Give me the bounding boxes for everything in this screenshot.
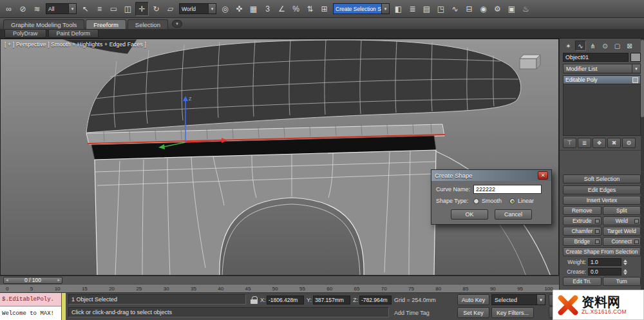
bridge-settings-icon[interactable] [595,240,600,244]
select-by-name-icon[interactable]: ≡ [93,2,106,16]
slider-left-arrow-icon[interactable]: ◂ [6,278,8,283]
rollout-soft-selection[interactable]: Soft Selection [563,174,641,184]
display-tab-icon[interactable]: ▢ [612,41,623,51]
keyboard-shortcut-override-icon[interactable]: ▦ [247,2,260,16]
selection-filter-select[interactable]: All▾ [46,3,77,14]
named-selection-sets-select[interactable]: Create Selection Se▾ [333,3,390,14]
schematic-view-icon[interactable]: ⊟ [462,2,476,16]
panel-scrollbar[interactable] [641,39,644,293]
track-bar[interactable]: 0510152025303540455055606570758085909510… [0,284,559,293]
select-and-move-icon[interactable]: ✛ [135,2,149,16]
selection-lock-toggle-icon[interactable] [251,296,258,304]
configure-modifier-sets-icon[interactable]: ⚙ [622,138,636,148]
spinner-snap-icon[interactable]: ⇅ [303,2,317,16]
turn-button[interactable]: Turn [603,277,641,286]
create-tab-icon[interactable]: ✶ [563,41,574,51]
ribbon-tab-freeform[interactable]: Freeform [86,19,126,29]
insert-vertex-button[interactable]: Insert Vertex [563,196,641,205]
curve-name-input[interactable] [473,185,542,194]
modify-tab-icon[interactable]: ∿ [575,41,586,51]
perspective-viewport[interactable]: [ + ] Perspective ] Smooth + Highlights … [0,39,559,276]
maxscript-mini-listener[interactable]: $.EditablePoly. Welcome to MAX! [0,293,61,320]
weld-button[interactable]: Weld [603,216,641,225]
make-unique-icon[interactable]: ❖ [592,138,606,148]
slider-right-arrow-icon[interactable]: ▸ [57,278,60,283]
weld-settings-icon[interactable] [634,219,639,223]
model-base[interactable] [95,150,436,276]
model-body[interactable] [86,40,521,133]
select-object-icon[interactable]: ↖ [79,2,92,16]
align-icon[interactable]: ≣ [406,2,419,16]
render-production-icon[interactable]: ♨ [519,2,533,16]
chamfer-button[interactable]: Chamfer [563,227,601,236]
angle-snap-icon[interactable]: ∠ [275,2,289,16]
rectangular-selection-region-icon[interactable]: ▭ [107,2,120,16]
ribbon-tab-graphite-modeling-tools[interactable]: Graphite Modeling Tools [3,19,84,29]
window-crossing-icon[interactable]: ◫ [121,2,135,16]
crease-spinner[interactable] [623,269,627,275]
curve-editor-icon[interactable]: ∿ [448,2,462,16]
z-coord-field[interactable]: -782.964m [359,296,392,305]
connect-button[interactable]: Connect [603,237,641,246]
time-slider-track[interactable]: ◂ 0 / 100 ▸ [0,276,559,284]
extrude-button[interactable]: Extrude [563,216,601,225]
ribbon-tab-selection[interactable]: Selection [128,19,168,29]
ribbon-subtab-paint-deform[interactable]: Paint Deform [48,29,99,38]
bind-to-space-warp-icon[interactable]: ≋ [30,2,44,16]
connect-settings-icon[interactable] [634,240,639,244]
shape-type-radio-linear[interactable]: Linear [509,198,534,204]
mirror-icon[interactable]: ◧ [392,2,405,16]
modifier-list-dropdown[interactable]: Modifier List ▾ [563,64,641,73]
bridge-button[interactable]: Bridge [563,237,601,246]
select-and-link-icon[interactable]: ∞ [2,2,15,16]
edit-named-selection-sets-icon[interactable]: ⊞ [317,2,331,16]
snaps-toggle-icon[interactable]: 3 [261,2,274,16]
key-mode-dropdown[interactable]: Selected ▾ [491,294,545,305]
key-filters-button[interactable]: Key Filters... [491,307,534,318]
auto-key-button[interactable]: Auto Key [457,294,489,305]
render-setup-icon[interactable]: ⚙ [491,2,504,16]
crease-field[interactable]: 0.0 [588,268,621,276]
utilities-tab-icon[interactable]: ⊠ [624,41,635,51]
add-time-tag[interactable]: Add Time Tag [394,310,430,316]
ok-button[interactable]: OK [451,209,488,220]
y-coord-field[interactable]: 387.157mm [313,296,350,305]
split-button[interactable]: Split [603,206,641,215]
cancel-button[interactable]: Cancel [495,209,532,220]
rendered-frame-icon[interactable]: ▣ [505,2,518,16]
set-key-button[interactable]: Set Key [457,307,489,318]
object-color-swatch[interactable] [630,53,641,62]
extrude-settings-icon[interactable] [595,219,600,223]
listener-output-line[interactable]: Welcome to MAX! [0,306,61,320]
x-coord-field[interactable]: -1806.428m [267,296,304,305]
weight-spinner[interactable] [623,259,627,265]
ribbon-options-button[interactable]: ▾ [172,20,182,28]
chamfer-settings-icon[interactable] [595,229,600,234]
dialog-title-bar[interactable]: Create Shape ✕ [431,170,551,181]
stack-item-editable-poly[interactable]: Editable Poly [563,75,641,84]
time-slider-handle[interactable]: ◂ 0 / 100 ▸ [3,277,62,284]
close-icon[interactable]: ✕ [538,171,548,180]
pin-stack-icon[interactable]: ⊤ [563,138,576,148]
scrollbar-thumb[interactable] [641,40,644,117]
model-wireframe[interactable]: Z [1,39,559,276]
modifier-stack-area[interactable] [563,84,641,136]
target-weld-button[interactable]: Target Weld [603,227,641,236]
unlink-selection-icon[interactable]: ⊘ [16,2,30,16]
create-shape-from-selection-button[interactable]: Create Shape From Selection [563,247,641,256]
graphite-ribbon-toggle-icon[interactable]: ◳ [434,2,448,16]
motion-tab-icon[interactable]: ⊙ [600,41,611,51]
shape-type-radio-smooth[interactable]: Smooth [473,198,502,204]
select-and-scale-icon[interactable]: ▱ [164,2,177,16]
object-name-field[interactable]: Object01 [563,53,629,62]
stack-visibility-icon[interactable] [632,77,638,83]
viewport-label[interactable]: [ + ] Perspective ] Smooth + Highlights … [5,41,146,48]
edit-tri-button[interactable]: Edit Tri. [563,277,601,286]
remove-modifier-icon[interactable]: ✖ [607,138,621,148]
listener-macro-line[interactable]: $.EditablePoly. [0,293,61,306]
select-and-rotate-icon[interactable]: ↻ [149,2,163,16]
reference-coordinate-system-select[interactable]: World▾ [179,3,216,14]
listener-divider[interactable] [61,293,66,320]
use-pivot-point-icon[interactable]: ◎ [218,2,232,16]
remove-button[interactable]: Remove [563,206,601,215]
